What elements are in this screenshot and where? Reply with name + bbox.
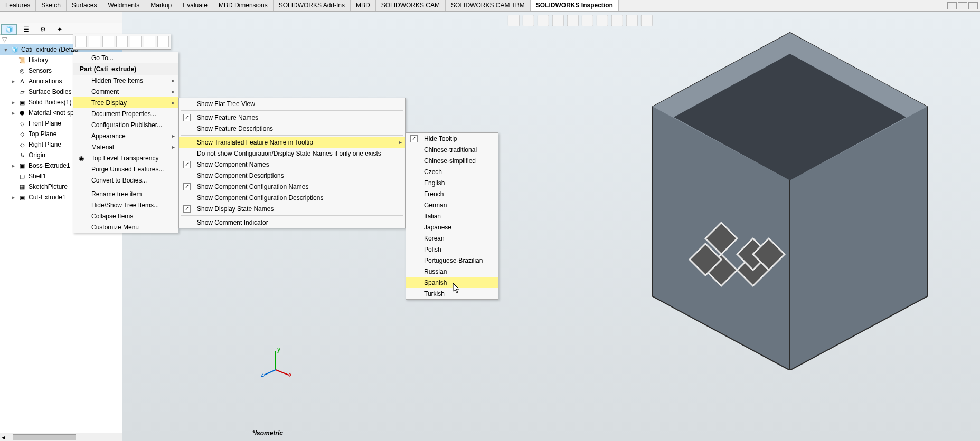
window-buttons <box>947 2 978 9</box>
menu-rename[interactable]: Rename tree item <box>73 188 178 199</box>
tab-addins[interactable]: SOLIDWORKS Add-Ins <box>274 0 351 11</box>
minimize-button[interactable] <box>947 2 957 9</box>
hide-show-icon[interactable] <box>597 15 608 26</box>
menu-korean[interactable]: Korean <box>406 233 498 244</box>
tab-cam-tbm[interactable]: SOLIDWORKS CAM TBM <box>446 0 531 11</box>
menu-transparency[interactable]: ◉Top Level Transparency <box>73 152 178 164</box>
tool-icon[interactable] <box>157 36 169 47</box>
plane-icon: ◇ <box>18 119 26 128</box>
tab-mbd-dimensions[interactable]: MBD Dimensions <box>213 0 274 11</box>
menu-collapse[interactable]: Collapse Items <box>73 210 178 222</box>
menu-doc-props[interactable]: Document Properties... <box>73 108 178 119</box>
check-icon: ✓ <box>183 114 191 121</box>
zoom-fit-icon[interactable] <box>508 15 520 26</box>
menu-chinese-trad[interactable]: Chinese-traditional <box>406 144 498 155</box>
horizontal-scrollbar[interactable]: ◂ <box>0 433 122 441</box>
prev-view-icon[interactable] <box>538 15 549 26</box>
tab-markup[interactable]: Markup <box>145 0 177 11</box>
annotations-icon: A <box>18 77 26 85</box>
tree-display-submenu: Show Flat Tree View ✓Show Feature Names … <box>178 98 406 228</box>
menu-material[interactable]: Material▸ <box>73 141 178 152</box>
menu-flat-tree[interactable]: Show Flat Tree View <box>179 98 405 109</box>
menu-purge[interactable]: Purge Unused Features... <box>73 164 178 175</box>
menu-hide-tooltip[interactable]: ✓Hide Tooltip <box>406 133 498 144</box>
apply-scene-icon[interactable] <box>626 15 638 26</box>
tree-root-label: Cati_extrude (Defau <box>21 46 78 53</box>
menu-config-desc[interactable]: Show Component Configuration Description… <box>179 192 405 203</box>
menu-polish[interactable]: Polish <box>406 244 498 255</box>
tool-icon[interactable] <box>89 36 100 47</box>
tab-surfaces[interactable]: Surfaces <box>67 0 102 11</box>
menu-go-to[interactable]: Go To... <box>73 52 178 63</box>
language-submenu: ✓Hide Tooltip Chinese-traditional Chines… <box>406 132 498 300</box>
view-orientation-label: *Isometric <box>252 429 283 437</box>
tab-mbd[interactable]: MBD <box>351 0 376 11</box>
menu-tree-display[interactable]: Tree Display▸ <box>73 97 178 108</box>
menu-portuguese[interactable]: Portuguese-Brazilian <box>406 255 498 266</box>
tool-icon[interactable] <box>75 36 87 47</box>
menu-italian[interactable]: Italian <box>406 210 498 222</box>
transparency-icon: ◉ <box>79 155 84 162</box>
menu-czech[interactable]: Czech <box>406 166 498 177</box>
surface-icon: ▱ <box>18 88 26 96</box>
tab-weldments[interactable]: Weldments <box>102 0 145 11</box>
menu-component-names[interactable]: ✓Show Component Names <box>179 159 405 170</box>
svg-line-13 <box>276 370 289 375</box>
menu-hideshow[interactable]: Hide/Show Tree Items... <box>73 199 178 210</box>
tab-sketch[interactable]: Sketch <box>36 0 67 11</box>
tab-features[interactable]: Features <box>0 0 36 11</box>
tool-icon[interactable] <box>144 36 155 47</box>
property-tab-icon[interactable]: ☰ <box>18 24 34 35</box>
tool-icon[interactable] <box>130 36 142 47</box>
tree-tab-icon[interactable]: 🧊 <box>1 24 17 35</box>
menu-feature-names[interactable]: ✓Show Feature Names <box>179 112 405 123</box>
menu-feature-desc[interactable]: Show Feature Descriptions <box>179 123 405 134</box>
section-icon[interactable] <box>552 15 564 26</box>
menu-hidden-tree[interactable]: Hidden Tree Items▸ <box>73 75 178 86</box>
maximize-button[interactable] <box>958 2 967 9</box>
menu-display-state[interactable]: ✓Show Display State Names <box>179 203 405 214</box>
tab-cam[interactable]: SOLIDWORKS CAM <box>376 0 446 11</box>
edit-appearance-icon[interactable] <box>611 15 623 26</box>
menu-japanese[interactable]: Japanese <box>406 222 498 233</box>
check-icon: ✓ <box>183 183 191 190</box>
menu-french[interactable]: French <box>406 188 498 199</box>
material-icon: ⬢ <box>18 109 26 117</box>
menu-german[interactable]: German <box>406 199 498 210</box>
picture-icon: ▦ <box>18 183 26 191</box>
menu-translated-tooltip[interactable]: Show Translated Feature Name in Tooltip▸ <box>179 137 405 148</box>
menu-comment[interactable]: Comment▸ <box>73 86 178 97</box>
menu-no-config-names[interactable]: Do not show Configuration/Display State … <box>179 148 405 159</box>
tab-inspection[interactable]: SOLIDWORKS Inspection <box>531 0 619 11</box>
menu-appearance[interactable]: Appearance▸ <box>73 130 178 141</box>
view-settings-icon[interactable] <box>641 15 653 26</box>
zoom-area-icon[interactable] <box>523 15 534 26</box>
sensors-icon: ◎ <box>18 66 26 75</box>
menu-title: Part (Cati_extrude) <box>73 63 178 75</box>
svg-line-14 <box>264 370 276 375</box>
check-icon: ✓ <box>183 205 191 213</box>
menu-convert-bodies[interactable]: Convert to Bodies... <box>73 175 178 186</box>
menu-turkish[interactable]: Turkish <box>406 288 498 299</box>
tool-icon[interactable] <box>102 36 114 47</box>
plane-icon: ◇ <box>18 140 26 149</box>
part-context-menu: Go To... Part (Cati_extrude) Hidden Tree… <box>73 52 178 233</box>
menu-english[interactable]: English <box>406 177 498 188</box>
tab-evaluate[interactable]: Evaluate <box>177 0 213 11</box>
display-style-icon[interactable] <box>582 15 593 26</box>
tool-icon[interactable] <box>116 36 128 47</box>
menu-chinese-simp[interactable]: Chinese-simplified <box>406 155 498 166</box>
view-orient-icon[interactable] <box>567 15 579 26</box>
menu-russian[interactable]: Russian <box>406 266 498 277</box>
menu-customize[interactable]: Customize Menu <box>73 222 178 233</box>
extrude-icon: ▣ <box>18 161 26 170</box>
close-button[interactable] <box>968 2 978 9</box>
menu-component-desc[interactable]: Show Component Descriptions <box>179 170 405 181</box>
display-tab-icon[interactable]: ✦ <box>52 24 68 35</box>
menu-spanish[interactable]: Spanish <box>406 277 498 288</box>
config-tab-icon[interactable]: ⚙ <box>35 24 51 35</box>
menu-config-names[interactable]: ✓Show Component Configuration Names <box>179 181 405 192</box>
menu-comment-ind[interactable]: Show Comment Indicator <box>179 217 405 228</box>
panel-icon-tabs: 🧊 ☰ ⚙ ✦ <box>0 23 122 35</box>
menu-config-pub[interactable]: Configuration Publisher... <box>73 119 178 130</box>
